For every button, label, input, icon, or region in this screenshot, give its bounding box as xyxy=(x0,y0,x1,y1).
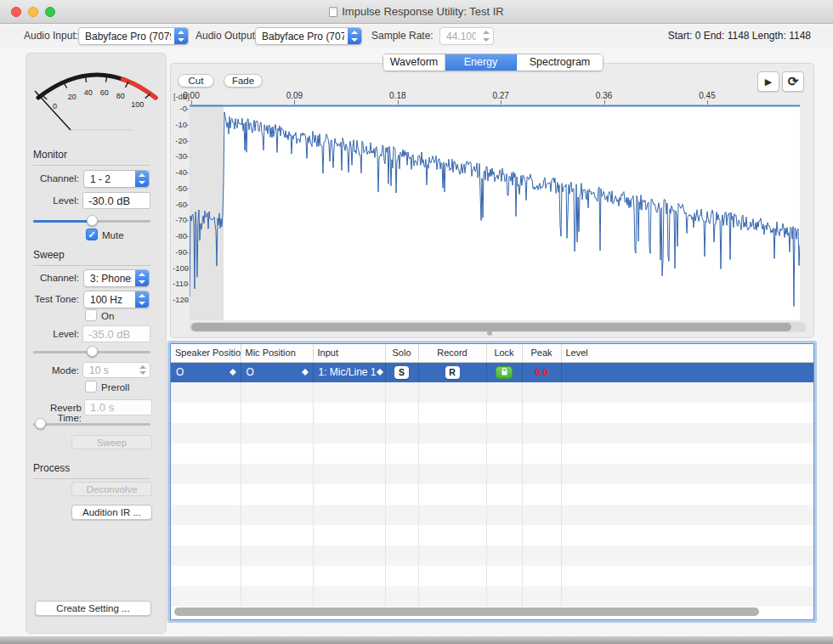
mic-position-dropdown[interactable]: O xyxy=(241,363,313,383)
stepper-icon xyxy=(230,366,237,378)
empty-cell xyxy=(522,525,561,545)
table-row-empty[interactable] xyxy=(171,586,813,607)
test-tone-dropdown[interactable]: 100 Hz xyxy=(83,291,150,308)
table-row-empty[interactable] xyxy=(171,464,813,484)
create-setting-button[interactable]: Create Setting ... xyxy=(35,601,151,616)
sweep-channel-dropdown[interactable]: 3: Phones 3 xyxy=(83,269,150,287)
audio-input-dropdown[interactable]: Babyface Pro (7079... xyxy=(78,27,189,45)
lock-button[interactable] xyxy=(496,366,513,379)
slider-thumb[interactable] xyxy=(87,215,98,226)
sweep-button: Sweep xyxy=(71,435,152,449)
monitor-level-field[interactable] xyxy=(82,192,150,209)
empty-cell xyxy=(171,403,241,423)
cut-button[interactable]: Cut xyxy=(178,74,214,88)
empty-cell xyxy=(486,403,522,423)
x-axis-tick-label: 0.36 xyxy=(586,91,623,100)
empty-cell xyxy=(385,505,418,525)
table-row-empty[interactable] xyxy=(171,382,813,403)
empty-cell xyxy=(241,382,313,403)
col-solo[interactable]: Solo xyxy=(385,344,418,362)
mode-dropdown: 10 s xyxy=(82,362,150,378)
deconvolve-button: Deconvolve xyxy=(71,482,152,496)
empty-cell xyxy=(385,545,418,566)
splitter-handle-icon[interactable] xyxy=(487,330,492,336)
speaker-position-dropdown[interactable]: O xyxy=(171,363,241,383)
empty-cell xyxy=(561,566,813,586)
col-level[interactable]: Level xyxy=(561,344,813,362)
table-row-empty[interactable] xyxy=(171,484,813,505)
empty-cell xyxy=(313,423,385,443)
monitor-level-slider[interactable] xyxy=(33,215,150,227)
y-axis-tick xyxy=(185,141,189,142)
table-row-empty[interactable] xyxy=(171,423,813,443)
empty-cell xyxy=(171,545,241,566)
scrollbar-thumb[interactable] xyxy=(191,323,791,331)
col-peak[interactable]: Peak xyxy=(522,344,561,362)
col-input[interactable]: Input xyxy=(313,344,385,362)
empty-cell xyxy=(486,484,522,505)
record-button[interactable]: R xyxy=(445,366,460,379)
table-row-selected[interactable]: O O 1: Mic/Line 1 S R 0.0 xyxy=(171,362,813,382)
chart-horizontal-scrollbar[interactable] xyxy=(190,322,807,332)
slider-thumb xyxy=(35,418,46,429)
energy-plot[interactable] xyxy=(190,105,800,320)
window-title: Impulse Response Utility: Test IR xyxy=(0,5,833,18)
solo-button[interactable]: S xyxy=(394,366,409,379)
empty-cell xyxy=(171,505,241,525)
audition-ir-button[interactable]: Audition IR ... xyxy=(71,505,152,520)
sample-rate-dropdown: 44.100 k... xyxy=(439,27,494,45)
empty-cell xyxy=(418,586,486,607)
table-row-empty[interactable] xyxy=(171,566,813,586)
monitor-channel-dropdown[interactable]: 1 - 2 xyxy=(83,170,150,188)
table-row-empty[interactable] xyxy=(171,505,813,525)
empty-cell xyxy=(241,545,313,566)
play-button[interactable]: ▶ xyxy=(757,71,779,92)
x-axis-tick xyxy=(604,100,605,105)
stepper-icon xyxy=(135,171,149,187)
stepper-icon xyxy=(348,28,361,44)
x-axis-tick-label: 0.00 xyxy=(173,91,210,100)
sweep-section-title: Sweep xyxy=(33,249,150,266)
monitor-level-label: Level: xyxy=(26,195,79,206)
empty-cell xyxy=(385,586,418,607)
x-axis-tick-label: 0.27 xyxy=(482,91,519,100)
empty-cell xyxy=(418,566,486,586)
reverb-time-field xyxy=(84,399,152,415)
test-tone-on-checkbox[interactable] xyxy=(85,309,97,321)
stepper-icon xyxy=(377,366,382,378)
fade-button[interactable]: Fade xyxy=(224,74,263,88)
col-mic-position[interactable]: Mic Position xyxy=(241,344,313,362)
peak-value: 0.0 xyxy=(535,367,547,377)
empty-cell xyxy=(522,586,561,607)
col-record[interactable]: Record xyxy=(418,344,486,362)
table-row-empty[interactable] xyxy=(171,403,813,423)
empty-cell xyxy=(171,382,241,403)
scrollbar-thumb[interactable] xyxy=(174,607,759,616)
audio-output-dropdown[interactable]: Babyface Pro (7079... xyxy=(255,27,362,45)
y-axis-tick xyxy=(185,205,189,206)
preroll-checkbox[interactable] xyxy=(85,381,97,393)
loop-button[interactable]: ⟳ xyxy=(782,71,804,92)
table-row-empty[interactable] xyxy=(171,443,813,464)
table-horizontal-scrollbar[interactable] xyxy=(173,607,812,617)
table-row-empty[interactable] xyxy=(171,545,813,566)
empty-cell xyxy=(171,484,241,505)
table-row-empty[interactable] xyxy=(171,525,813,545)
y-axis-tick xyxy=(185,300,189,301)
x-axis-tick xyxy=(398,100,399,105)
empty-cell xyxy=(241,505,313,525)
col-speaker-position[interactable]: Speaker Position xyxy=(171,344,241,362)
tab-waveform[interactable]: Waveform xyxy=(383,54,445,71)
tab-spectrogram[interactable]: Spectrogram xyxy=(517,54,603,71)
empty-cell xyxy=(385,566,418,586)
col-lock[interactable]: Lock xyxy=(486,344,522,362)
empty-cell xyxy=(561,382,813,403)
range-info: Start: 0 End: 1148 Length: 1148 xyxy=(668,30,811,42)
empty-cell xyxy=(418,484,486,505)
tab-energy[interactable]: Energy xyxy=(445,54,517,71)
preroll-label: Preroll xyxy=(101,382,129,393)
input-dropdown[interactable]: 1: Mic/Line 1 xyxy=(314,363,385,383)
empty-cell xyxy=(241,586,313,607)
mute-checkbox[interactable]: ✓ xyxy=(86,229,98,240)
empty-cell xyxy=(241,443,313,464)
